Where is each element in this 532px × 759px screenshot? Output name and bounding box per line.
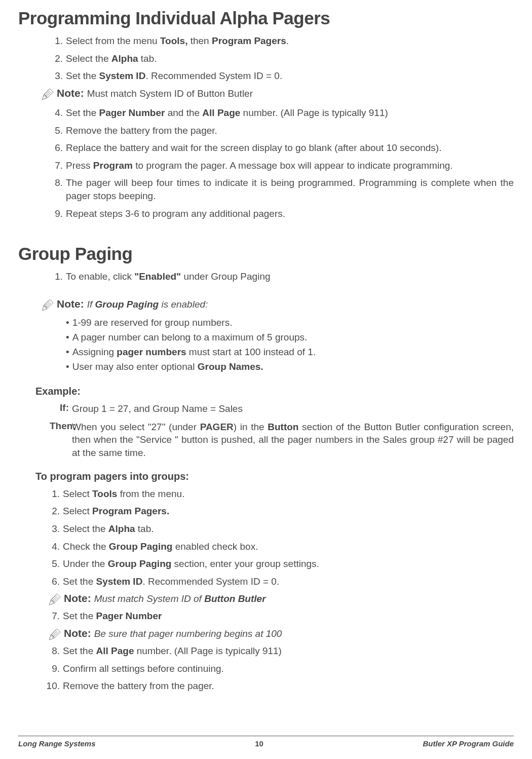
footer-right: Butler XP Program Guide	[423, 739, 514, 748]
list-item: 1.To enable, click "Enabled" under Group…	[50, 270, 514, 283]
note: Note: If Group Paging is enabled:	[41, 298, 514, 312]
list-item: 9.Confirm all settings before continuing…	[43, 662, 514, 675]
list-item: 1.Select from the menu Tools, then Progr…	[50, 34, 514, 48]
pencil-icon	[48, 593, 61, 607]
list-item: 9.Repeat steps 3-6 to program any additi…	[50, 207, 514, 220]
then-row: Then: When you select "27" (under PAGER)…	[50, 421, 514, 460]
list-item: 7.Set the Pager Number	[43, 610, 514, 623]
pencil-icon	[41, 298, 54, 313]
list-item: 10.Remove the battery from the pager.	[43, 679, 514, 693]
list-item: 6.Set the System ID. Recommended System …	[43, 575, 514, 588]
list-item: 8.The pager will beep four times to indi…	[50, 176, 514, 202]
if-row: If: Group 1 = 27, and Group Name = Sales	[50, 402, 514, 415]
list-item: 2.Select the Alpha tab.	[50, 52, 514, 65]
bullet-item: •User may also enter optional Group Name…	[66, 361, 514, 372]
pencil-icon	[41, 88, 54, 102]
program-label: To program pagers into groups:	[35, 471, 514, 482]
bullet-item: •A pager number can belong to a maximum …	[66, 332, 514, 343]
note: Note: Be sure that pager numbering begin…	[48, 627, 514, 641]
list-item: 5.Under the Group Paging section, enter …	[43, 557, 514, 571]
list-item: 5.Remove the battery from the pager.	[50, 124, 514, 137]
list-item: 8.Set the All Page number. (All Page is …	[43, 644, 514, 658]
list-item: 1.Select Tools from the menu.	[43, 487, 514, 501]
example-label: Example:	[35, 386, 514, 397]
note: Note: Must match System ID of Button But…	[48, 592, 514, 606]
pencil-icon	[48, 628, 61, 642]
footer: Long Range Systems 10 Butler XP Program …	[18, 736, 514, 748]
section2-title: Group Paging	[18, 244, 514, 264]
list-item: 4.Set the Pager Number and the All Page …	[50, 106, 514, 120]
section1-title: Programming Individual Alpha Pagers	[18, 8, 514, 28]
page-number: 10	[255, 739, 263, 748]
list-item: 4.Check the Group Paging enabled check b…	[43, 540, 514, 553]
list-item: 3.Set the System ID. Recommended System …	[50, 69, 514, 83]
list-item: 6.Replace the battery and wait for the s…	[50, 141, 514, 155]
bullet-item: •Assigning pager numbers must start at 1…	[66, 347, 514, 358]
list-item: 3.Select the Alpha tab.	[43, 522, 514, 536]
footer-left: Long Range Systems	[18, 739, 96, 748]
bullet-item: •1-99 are reserved for group numbers.	[66, 317, 514, 328]
list-item: 2.Select Program Pagers.	[43, 505, 514, 518]
list-item: 7.Press Program to program the pager. A …	[50, 159, 514, 172]
note: Note: Must match System ID of Button But…	[41, 87, 514, 101]
